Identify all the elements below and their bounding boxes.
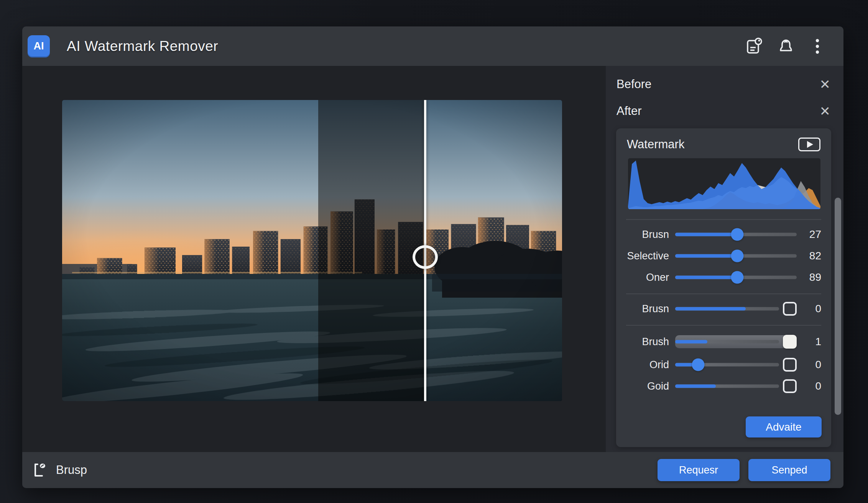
panel-scrollbar[interactable] <box>835 198 841 415</box>
request-button[interactable]: Requesr <box>658 459 740 481</box>
slider-track[interactable] <box>675 300 797 317</box>
slider-handle-square[interactable] <box>783 335 797 349</box>
slider-row: Brusn27 <box>626 224 821 245</box>
image-compare <box>62 100 562 401</box>
slider-track[interactable] <box>675 269 797 286</box>
card-header: Watermark <box>616 128 831 151</box>
slider-track[interactable] <box>675 333 797 350</box>
content: Before ✕ After ✕ Watermark <box>22 66 843 452</box>
slider-handle-square[interactable] <box>783 358 797 372</box>
slider-group: Brush1Orid0Goid0 <box>626 325 821 402</box>
kebab-menu-icon <box>815 38 820 55</box>
slider-value: 0 <box>802 380 821 392</box>
slider-knob[interactable] <box>731 250 743 262</box>
close-before-button[interactable]: ✕ <box>819 77 832 92</box>
slider-knob[interactable] <box>731 271 743 284</box>
footer-actions: Requesr Senped <box>658 459 830 481</box>
titlebar: AI AI Watermark Remover <box>22 26 843 66</box>
slider-track[interactable] <box>675 378 797 395</box>
slider-row: Oner89 <box>626 267 821 288</box>
slider-value: 1 <box>802 336 821 348</box>
slider-value: 0 <box>802 303 821 315</box>
layer-row-before: Before ✕ <box>616 74 831 94</box>
preview-play-button[interactable] <box>798 138 820 151</box>
slider-track-fill <box>675 307 746 311</box>
slider-track-fill <box>675 233 737 236</box>
canvas-area <box>22 66 606 452</box>
slider-group: Brusn0 <box>626 293 821 325</box>
slider-group: Brusn27Selective82Oner89 <box>626 219 821 293</box>
slider-row: Selective82 <box>626 245 821 267</box>
slider-label: Brusn <box>626 229 669 241</box>
compare-image-before <box>62 100 318 401</box>
close-after-button[interactable]: ✕ <box>819 104 832 118</box>
send-button[interactable]: Senped <box>748 459 830 481</box>
slider-label: Oner <box>626 272 669 283</box>
alert-button[interactable] <box>777 37 795 56</box>
compare-image-after <box>426 100 562 401</box>
footer: Brusp Requesr Senped <box>22 452 843 488</box>
slider-value: 89 <box>802 271 821 283</box>
side-panel: Before ✕ After ✕ Watermark <box>606 66 843 452</box>
compare-slider-handle[interactable] <box>413 245 438 269</box>
brush-tool-button[interactable]: Brusp <box>32 462 87 478</box>
slider-track[interactable] <box>675 247 797 264</box>
slider-value: 82 <box>802 250 821 262</box>
slider-groups: Brusn27Selective82Oner89Brusn0Brush1Orid… <box>616 219 831 402</box>
slider-row: Orid0 <box>626 354 821 375</box>
slider-label: Orid <box>626 359 669 371</box>
slider-knob[interactable] <box>731 228 743 241</box>
alert-bell-icon <box>778 38 794 55</box>
play-icon <box>807 141 813 148</box>
page-background: { "titlebar": { "logo": "AI", "title": "… <box>0 0 868 503</box>
slider-row: Goid0 <box>626 375 821 397</box>
notes-button[interactable] <box>745 37 764 56</box>
advance-button[interactable]: Advaite <box>746 416 822 437</box>
close-icon: ✕ <box>820 77 831 92</box>
notes-icon <box>746 38 763 55</box>
app-title: AI Watermark Remover <box>67 38 218 54</box>
slider-label: Goid <box>626 380 669 392</box>
slider-track[interactable] <box>675 226 797 243</box>
layer-label: After <box>616 104 641 118</box>
card-title: Watermark <box>627 138 684 151</box>
slider-label: Brusn <box>626 303 669 315</box>
slider-track[interactable] <box>675 356 797 373</box>
layer-row-after: After ✕ <box>616 101 831 121</box>
titlebar-actions <box>745 37 827 56</box>
close-icon: ✕ <box>820 104 831 118</box>
slider-label: Brush <box>626 336 669 348</box>
slider-track-fill <box>675 254 737 258</box>
slider-track-fill <box>675 385 716 388</box>
slider-row: Brush1 <box>626 329 821 354</box>
slider-track-fill <box>675 276 737 279</box>
histogram <box>628 158 820 209</box>
slider-row: Brusn0 <box>626 298 821 319</box>
slider-value: 27 <box>802 228 821 241</box>
app-window: AI AI Watermark Remover <box>22 26 843 488</box>
compare-image-band <box>318 100 426 401</box>
slider-label: Selective <box>626 250 669 262</box>
slider-handle-square[interactable] <box>783 379 797 393</box>
slider-handle-square[interactable] <box>783 302 797 316</box>
tool-label: Brusp <box>56 463 87 477</box>
layer-label: Before <box>616 77 651 91</box>
slider-track-fill <box>675 340 707 344</box>
slider-value: 0 <box>802 359 821 371</box>
crop-pen-icon <box>32 462 48 478</box>
slider-knob[interactable] <box>692 359 704 371</box>
app-logo: AI <box>28 35 50 57</box>
watermark-card: Watermark Brusn27Selective82Oner89Brusn0… <box>616 128 831 447</box>
menu-button[interactable] <box>808 37 827 56</box>
